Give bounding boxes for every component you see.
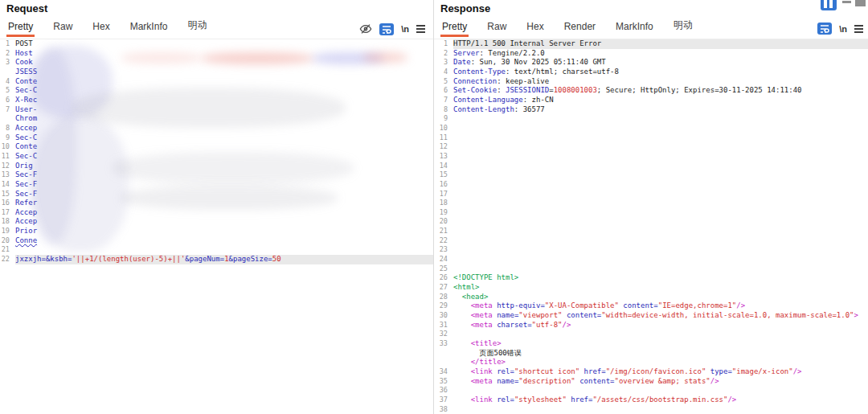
code-line[interactable]: 2Server: Tengine/2.2.0 (434, 49, 868, 59)
wrap-lines-icon[interactable] (379, 23, 394, 35)
code-line[interactable]: 15 (434, 170, 868, 180)
code-line[interactable]: 页面500错误 (434, 349, 868, 359)
code-line[interactable]: 11 (434, 133, 868, 143)
code-line[interactable]: 13Sec-F (0, 170, 433, 180)
tab-markinfo[interactable]: MarkInfo (129, 21, 170, 37)
split-layout-icon[interactable] (821, 0, 837, 10)
code-line[interactable]: 32 (434, 330, 868, 339)
line-number: 11 (434, 133, 453, 143)
code-line[interactable]: 28 <head> (434, 293, 868, 302)
code-line[interactable]: 16 (434, 180, 868, 190)
code-line[interactable]: 1HTTP/1.1 500 Internal Server Error (434, 39, 868, 49)
code-line[interactable]: 2Host (0, 49, 433, 59)
code-text: Prior (15, 227, 433, 236)
code-line[interactable]: 17Accep (0, 208, 433, 218)
tab-raw[interactable]: Raw (51, 21, 74, 37)
newline-toggle[interactable]: \n (401, 24, 409, 34)
code-text: Sec-F (15, 170, 433, 180)
minimize-icon[interactable] (842, 1, 851, 3)
code-line[interactable]: 14 (434, 162, 868, 171)
tab-hex[interactable]: Hex (91, 21, 111, 37)
menu-icon[interactable] (854, 25, 863, 33)
code-line[interactable]: 14Sec-F (0, 180, 433, 190)
code-line[interactable]: 17 (434, 190, 868, 199)
code-line[interactable]: 11Sec-C (0, 152, 433, 162)
code-line[interactable]: </title> (434, 358, 868, 367)
code-line[interactable]: 13 (434, 152, 868, 162)
line-number: 7 (0, 105, 15, 115)
line-number: 19 (0, 227, 15, 236)
code-line[interactable]: 10Conte (0, 142, 433, 152)
line-number: 18 (434, 199, 453, 208)
newline-toggle[interactable]: \n (839, 24, 847, 34)
tab-markinfo[interactable]: MarkInfo (614, 21, 655, 37)
code-line[interactable]: 3Date: Sun, 30 Nov 2025 05:11:40 GMT (434, 58, 868, 68)
menu-icon[interactable] (416, 25, 425, 33)
code-line[interactable]: 36 (434, 386, 868, 396)
code-line[interactable]: 26<!DOCTYPE html> (434, 273, 868, 283)
code-line[interactable]: 29 <meta http-equiv="X-UA-Compatible" co… (434, 301, 868, 311)
code-line[interactable]: 21 (434, 227, 868, 236)
code-line[interactable]: 3Cook (0, 58, 433, 68)
panel-divider[interactable] (433, 0, 434, 414)
code-line[interactable]: 25 (434, 264, 868, 274)
code-line[interactable]: 4Conte (0, 77, 433, 87)
code-line[interactable]: 5Connection: keep-alive (434, 77, 868, 87)
code-line[interactable]: 10 (434, 124, 868, 133)
code-line[interactable]: 27<html> (434, 283, 868, 293)
code-line[interactable]: 7User- (0, 105, 433, 115)
code-text: X-Rec (15, 96, 433, 105)
code-line[interactable]: 22jxzxjh=&ksbh='||+1/(length(user)-5)+||… (0, 255, 433, 264)
tab-render[interactable]: Render (563, 21, 597, 37)
code-line[interactable]: 9 (434, 114, 868, 124)
response-editor[interactable]: 1HTTP/1.1 500 Internal Server Error2Serv… (434, 39, 868, 414)
code-line[interactable]: 22 (434, 236, 868, 246)
code-line[interactable]: 38 (434, 405, 868, 414)
code-line[interactable]: 21 (0, 245, 433, 255)
code-line[interactable]: 23 (434, 245, 868, 255)
code-line[interactable]: 37 <link rel="stylesheet" href="/assets/… (434, 396, 868, 405)
code-line[interactable]: 18Accep (0, 217, 433, 227)
code-line[interactable]: 20Conne (0, 236, 433, 246)
line-number: 16 (434, 180, 453, 190)
code-line[interactable]: 18 (434, 199, 868, 208)
tab-pretty[interactable]: Pretty (440, 21, 469, 37)
code-line[interactable]: 8Content-Length: 36577 (434, 105, 868, 115)
code-line[interactable]: 6X-Rec (0, 96, 433, 105)
code-line[interactable]: 16Refer (0, 199, 433, 208)
request-editor[interactable]: 1POST2Host3CookJSESS4Conte5Sec-C6X-Rec7U… (0, 39, 433, 414)
code-text: Conne (15, 236, 433, 246)
tab-hex[interactable]: Hex (525, 21, 545, 37)
tab-明动[interactable]: 明动 (186, 18, 208, 37)
code-line[interactable]: 20 (434, 217, 868, 227)
code-line[interactable]: 5Sec-C (0, 86, 433, 96)
code-line[interactable]: 9Sec-C (0, 133, 433, 143)
code-line[interactable]: 35 <meta name="description" content="ove… (434, 377, 868, 387)
code-line[interactable]: Chrom (0, 114, 433, 124)
code-line[interactable]: 8Accep (0, 124, 433, 133)
code-line[interactable]: 19Prior (0, 227, 433, 236)
tab-pretty[interactable]: Pretty (6, 21, 35, 37)
code-line[interactable]: 33 <title> (434, 339, 868, 349)
tab-raw[interactable]: Raw (485, 21, 508, 37)
code-line[interactable]: 12Orig (0, 162, 433, 171)
code-line[interactable]: JSESS (0, 68, 433, 77)
code-line[interactable]: 15Sec-F (0, 190, 433, 199)
code-line[interactable]: 12 (434, 142, 868, 152)
code-line[interactable]: 30 <meta name="viewport" content="width=… (434, 311, 868, 321)
code-line[interactable]: 7Content-Language: zh-CN (434, 96, 868, 105)
line-number: 17 (434, 190, 453, 199)
line-number: 4 (0, 77, 15, 87)
eye-off-icon[interactable] (359, 23, 372, 35)
code-line[interactable]: 31 <meta charset="utf-8"/> (434, 321, 868, 330)
maximize-icon[interactable] (855, 0, 866, 6)
code-line[interactable]: 24 (434, 255, 868, 264)
code-line[interactable]: 1POST (0, 39, 433, 49)
code-line[interactable]: 6Set-Cookie: JSESSIONID=1008001003; Secu… (434, 86, 868, 96)
tab-明动[interactable]: 明动 (672, 18, 694, 37)
wrap-lines-icon[interactable] (817, 23, 832, 35)
code-line[interactable]: 4Content-Type: text/html; charset=utf-8 (434, 68, 868, 77)
code-text (453, 180, 868, 190)
code-line[interactable]: 19 (434, 208, 868, 218)
code-line[interactable]: 34 <link rel="shortcut icon" href="/img/… (434, 367, 868, 377)
